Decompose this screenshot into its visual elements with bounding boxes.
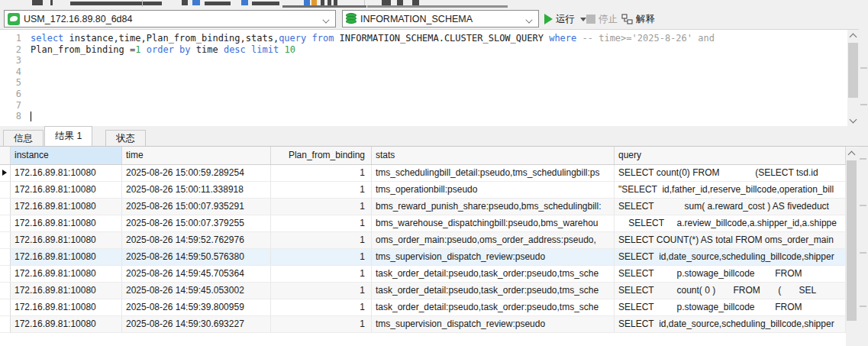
cell-stats[interactable]: task_order_detail:pseudo,task_order:pseu… xyxy=(372,266,615,283)
cell-stats[interactable]: tms_supervision_dispatch_review:pseudo xyxy=(372,249,615,266)
database-select[interactable]: INFORMATION_SCHEMA xyxy=(342,10,539,27)
row-gutter[interactable] xyxy=(0,215,11,232)
cell-query[interactable]: SELECT sum( a.reward_cost ) AS fivededuc… xyxy=(615,199,846,215)
row-gutter[interactable] xyxy=(0,299,11,316)
cell-instance[interactable]: 172.16.89.81:10080 xyxy=(11,165,122,182)
row-gutter[interactable] xyxy=(0,232,11,249)
column-header-time[interactable]: time xyxy=(122,147,271,164)
explain-button[interactable]: 解释 xyxy=(621,11,655,27)
editor-line[interactable]: 2Plan_from_binding =1 order by time desc… xyxy=(0,44,859,56)
cell-plan[interactable]: 1 xyxy=(271,182,372,199)
row-gutter[interactable] xyxy=(0,249,11,266)
cell-time[interactable]: 2025-08-26 15:00:59.289254 xyxy=(122,165,271,182)
connection-select[interactable]: USM_172.16.89.80_6d84 xyxy=(4,10,336,27)
row-gutter[interactable] xyxy=(0,199,11,215)
cell-instance[interactable]: 172.16.89.81:10080 xyxy=(11,316,122,333)
table-row[interactable]: 172.16.89.81:100802025-08-26 15:00:07.93… xyxy=(0,199,857,215)
editor-line[interactable]: 8 xyxy=(0,111,859,122)
editor-scrollbar[interactable] xyxy=(847,30,859,126)
cell-stats[interactable]: oms_order_main:pseudo,oms_order_address:… xyxy=(372,232,615,249)
table-row[interactable]: 172.16.89.81:100802025-08-26 14:59:45.70… xyxy=(0,266,857,283)
column-header-query[interactable]: query xyxy=(615,147,846,164)
cell-instance[interactable]: 172.16.89.81:10080 xyxy=(11,182,122,199)
cell-time[interactable]: 2025-08-26 14:59:45.053002 xyxy=(122,283,271,299)
cell-stats[interactable]: bms_reward_punish_share:pseudo,bms_sched… xyxy=(372,199,615,215)
row-gutter[interactable] xyxy=(0,165,11,182)
cell-instance[interactable]: 172.16.89.81:10080 xyxy=(11,299,122,316)
table-row[interactable]: 172.16.89.81:100802025-08-26 14:59:45.05… xyxy=(0,283,857,299)
row-gutter[interactable] xyxy=(0,182,11,199)
result-tab-2[interactable]: 结果 1 xyxy=(44,126,92,146)
run-button[interactable]: 运行 xyxy=(544,11,586,27)
cell-query[interactable]: SELECT COUNT(*) AS total FROM oms_order_… xyxy=(615,232,846,249)
scroll-down-icon[interactable] xyxy=(847,115,859,126)
cell-query[interactable]: SELECT id,date_source,scheduling_billcod… xyxy=(615,249,846,266)
cell-stats[interactable]: task_order_detail:pseudo,task_order:pseu… xyxy=(372,299,615,316)
cell-query[interactable]: SELECT p.stowage_billcode FROM xyxy=(615,299,846,316)
scroll-up-icon[interactable] xyxy=(846,147,857,159)
cell-time[interactable]: 2025-08-26 15:00:11.338918 xyxy=(122,182,271,199)
editor-line[interactable]: 3 xyxy=(0,55,859,66)
cell-instance[interactable]: 172.16.89.81:10080 xyxy=(11,266,122,283)
editor-line[interactable]: 1select instance,time,Plan_from_binding,… xyxy=(0,33,859,44)
result-tab-1[interactable]: 信息 xyxy=(3,130,44,146)
row-gutter[interactable] xyxy=(0,283,11,299)
cell-time[interactable]: 2025-08-26 15:00:07.379255 xyxy=(122,215,271,232)
cell-stats[interactable]: tms_operationbill:pseudo xyxy=(372,182,615,199)
cell-plan[interactable]: 1 xyxy=(271,165,372,182)
cell-query[interactable]: SELECT id,date_source,scheduling_billcod… xyxy=(615,316,846,333)
cell-plan[interactable]: 1 xyxy=(271,316,372,333)
table-row[interactable]: 172.16.89.81:100802025-08-26 14:59:50.57… xyxy=(0,249,857,266)
cell-stats[interactable]: tms_schedulingbill_detail:pseudo,tms_sch… xyxy=(372,165,615,182)
editor-line[interactable]: 5 xyxy=(0,77,859,89)
cell-instance[interactable]: 172.16.89.81:10080 xyxy=(11,232,122,249)
cell-instance[interactable]: 172.16.89.81:10080 xyxy=(11,283,122,299)
cell-instance[interactable]: 172.16.89.81:10080 xyxy=(11,249,122,266)
table-row[interactable]: 172.16.89.81:100802025-08-26 15:00:11.33… xyxy=(0,182,857,199)
cell-instance[interactable]: 172.16.89.81:10080 xyxy=(11,215,122,232)
cell-time[interactable]: 2025-08-26 14:59:52.762976 xyxy=(122,232,271,249)
cell-plan[interactable]: 1 xyxy=(271,232,372,249)
row-gutter[interactable] xyxy=(0,316,11,333)
cell-query[interactable]: SELECT a.review_billcode,a.shipper_id,a.… xyxy=(615,215,846,232)
sql-editor[interactable]: 1select instance,time,Plan_from_binding,… xyxy=(0,29,859,126)
table-row[interactable]: 172.16.89.81:100802025-08-26 15:00:07.37… xyxy=(0,215,857,232)
cell-plan[interactable]: 1 xyxy=(271,215,372,232)
cell-stats[interactable]: task_order_detail:pseudo,task_order:pseu… xyxy=(372,283,615,299)
cell-query[interactable]: SELECT p.stowage_billcode FROM xyxy=(615,266,846,283)
cell-time[interactable]: 2025-08-26 14:59:30.693227 xyxy=(122,316,271,333)
column-header-Plan_from_binding[interactable]: Plan_from_binding xyxy=(271,147,372,164)
row-gutter[interactable] xyxy=(0,266,11,283)
editor-line[interactable]: 4 xyxy=(0,66,859,78)
table-row[interactable]: 172.16.89.81:100802025-08-26 15:00:59.28… xyxy=(0,165,857,182)
cell-plan[interactable]: 1 xyxy=(271,266,372,283)
table-row[interactable]: 172.16.89.81:100802025-08-26 14:59:39.80… xyxy=(0,299,857,316)
cell-query[interactable]: "SELECT id,father_id,reserve_billcode,op… xyxy=(615,182,846,199)
cell-plan[interactable]: 1 xyxy=(271,249,372,266)
cell-plan[interactable]: 1 xyxy=(271,199,372,215)
cell-instance[interactable]: 172.16.89.81:10080 xyxy=(11,199,122,215)
cell-plan[interactable]: 1 xyxy=(271,283,372,299)
editor-line[interactable]: 7 xyxy=(0,100,859,112)
header-gutter[interactable] xyxy=(0,147,11,164)
cell-query[interactable]: SELECT count( 0 ) FROM ( SEL xyxy=(615,283,846,299)
editor-scrollbar-thumb[interactable] xyxy=(848,43,858,98)
column-header-stats[interactable]: stats xyxy=(372,147,615,164)
scroll-up-icon[interactable] xyxy=(847,30,859,41)
cell-time[interactable]: 2025-08-26 15:00:07.935291 xyxy=(122,199,271,215)
column-header-instance[interactable]: instance xyxy=(11,147,122,164)
cell-query[interactable]: SELECT count(0) FROM (SELECT tsd.id xyxy=(615,165,846,182)
cell-stats[interactable]: bms_warehouse_dispatchingbill:pseudo,bms… xyxy=(372,215,615,232)
table-row[interactable]: 172.16.89.81:100802025-08-26 14:59:30.69… xyxy=(0,316,857,333)
result-tab-3[interactable]: 状态 xyxy=(105,130,146,146)
editor-line[interactable]: 6 xyxy=(0,89,859,100)
cell-plan[interactable]: 1 xyxy=(271,299,372,316)
cell-time[interactable]: 2025-08-26 14:59:39.800959 xyxy=(122,299,271,316)
run-dropdown-caret-icon[interactable] xyxy=(580,18,586,21)
cell-time[interactable]: 2025-08-26 14:59:50.576380 xyxy=(122,249,271,266)
cell-time[interactable]: 2025-08-26 14:59:45.705364 xyxy=(122,266,271,283)
cell-stats[interactable]: tms_supervision_dispatch_review:pseudo xyxy=(372,316,615,333)
grid-scrollbar-thumb[interactable] xyxy=(847,160,857,321)
table-row[interactable]: 172.16.89.81:100802025-08-26 14:59:52.76… xyxy=(0,232,857,249)
grid-scrollbar[interactable] xyxy=(846,147,857,346)
